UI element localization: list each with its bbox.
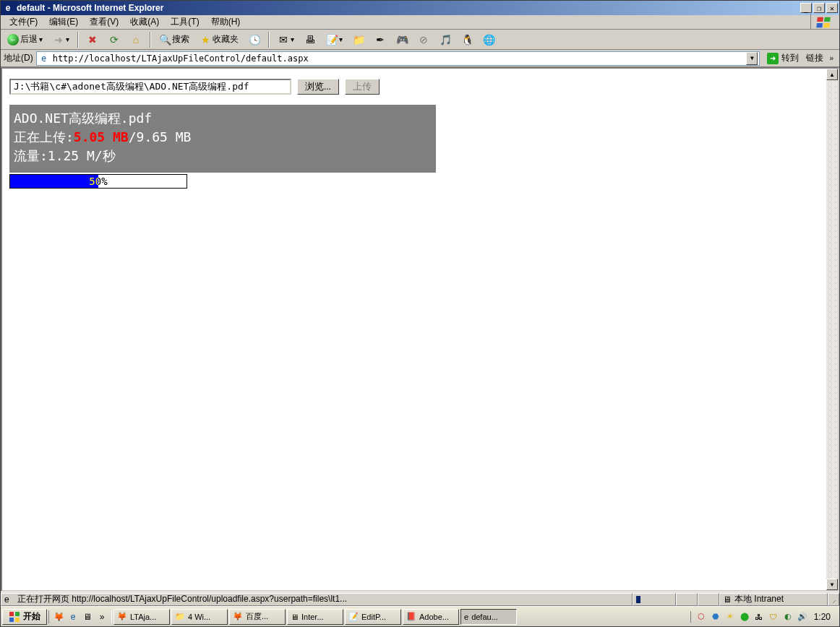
- scroll-track[interactable]: [826, 80, 838, 579]
- tray-icon[interactable]: ☀: [724, 611, 736, 623]
- task-label: 4 Wi...: [188, 613, 210, 621]
- upload-status-panel: ADO.NET高级编程.pdf 正在上传:5.05 MB/9.65 MB 流量:…: [9, 105, 436, 173]
- taskbar-task[interactable]: 🦊LTAja...: [113, 609, 170, 625]
- status-text: 正在打开网页 http://localhost/LTAjaxUpFileCont…: [17, 593, 347, 605]
- home-icon: ⌂: [130, 34, 142, 46]
- tool-button-7[interactable]: 🌐: [479, 32, 498, 48]
- wand-icon: ✒: [374, 34, 386, 46]
- task-icon: 📕: [406, 612, 416, 621]
- address-field[interactable]: e http://localhost/LTAjaxUpFileControl/d…: [36, 51, 760, 66]
- task-label: Adobe...: [419, 613, 449, 621]
- tray-icon[interactable]: ⬤: [739, 611, 750, 623]
- vertical-scrollbar[interactable]: ▲ ▼: [826, 69, 838, 590]
- forward-icon: ➜: [53, 34, 64, 46]
- refresh-button[interactable]: ⟳: [105, 32, 124, 48]
- scroll-down-button[interactable]: ▼: [826, 579, 838, 590]
- browse-button[interactable]: 浏览...: [297, 79, 339, 95]
- tray-icon[interactable]: 🛡: [768, 611, 779, 623]
- minimize-button[interactable]: _: [800, 3, 812, 13]
- mail-button[interactable]: ✉▾: [274, 32, 298, 48]
- chevron-right-icon[interactable]: »: [826, 54, 836, 62]
- tool-button-6[interactable]: 🐧: [458, 32, 476, 48]
- start-button[interactable]: 开始: [2, 609, 47, 625]
- page-icon: e: [4, 594, 14, 605]
- ql-firefox-icon[interactable]: 🦊: [52, 610, 65, 623]
- status-empty-pane-1: [676, 593, 698, 606]
- penguin-icon: 🐧: [461, 34, 473, 46]
- menu-file[interactable]: 文件(F): [4, 14, 43, 30]
- stop-button[interactable]: ✖: [83, 32, 102, 48]
- upload-button[interactable]: 上传: [345, 79, 380, 95]
- go-button[interactable]: ➜ 转到: [763, 51, 803, 66]
- task-icon: 🦊: [117, 612, 127, 621]
- favorites-button[interactable]: ★ 收藏夹: [196, 32, 242, 48]
- task-icon: 🦊: [233, 612, 243, 621]
- clock[interactable]: 1:20: [811, 612, 833, 622]
- home-button[interactable]: ⌂: [127, 32, 145, 48]
- restore-button[interactable]: ❐: [813, 3, 825, 13]
- taskbar: 开始 🦊 e 🖥 » 🦊LTAja...📁4 Wi...🦊百度...🖥Inter…: [1, 606, 839, 626]
- ql-ie-icon[interactable]: e: [67, 610, 80, 623]
- back-button[interactable]: ← 后退 ▾: [4, 32, 46, 48]
- tray-icon[interactable]: 🖧: [753, 611, 765, 623]
- taskbar-task[interactable]: 📁4 Wi...: [171, 609, 228, 625]
- windows-flag-icon: [9, 611, 20, 623]
- taskbar-task[interactable]: edefau...: [460, 609, 517, 625]
- task-icon: e: [464, 613, 468, 621]
- search-button[interactable]: 🔍 搜索: [155, 32, 193, 48]
- menu-bar: 文件(F) 编辑(E) 查看(V) 收藏(A) 工具(T) 帮助(H): [1, 15, 839, 30]
- tray-icon[interactable]: ◐: [782, 611, 794, 623]
- menu-help[interactable]: 帮助(H): [205, 14, 247, 30]
- task-icon: 📝: [348, 612, 359, 621]
- print-button[interactable]: 🖶: [301, 32, 320, 48]
- edit-button[interactable]: 📝▾: [322, 32, 346, 48]
- ql-desktop-icon[interactable]: 🖥: [81, 610, 94, 623]
- tool-button-2[interactable]: ✒: [371, 32, 390, 48]
- menu-view[interactable]: 查看(V): [84, 14, 124, 30]
- status-text-pane: e 正在打开网页 http://localhost/LTAjaxUpFileCo…: [1, 593, 633, 606]
- forward-button[interactable]: ➜ ▾: [49, 32, 73, 48]
- svg-rect-7: [9, 612, 14, 616]
- scroll-up-button[interactable]: ▲: [826, 69, 838, 80]
- chevron-down-icon: ▾: [66, 35, 69, 43]
- zone-text: 本地 Intranet: [734, 593, 784, 605]
- tray-icon[interactable]: ⬡: [695, 611, 707, 623]
- tray-icon[interactable]: ⬣: [710, 611, 721, 623]
- address-bar: 地址(D) e http://localhost/LTAjaxUpFileCon…: [1, 50, 839, 67]
- uploaded-size: 5.05 MB: [74, 129, 129, 144]
- block-icon: ⊘: [418, 34, 429, 46]
- tool-button-1[interactable]: 📁: [349, 32, 368, 48]
- links-label[interactable]: 链接: [806, 52, 823, 64]
- menu-tools[interactable]: 工具(T): [165, 14, 205, 30]
- svg-rect-0: [817, 17, 823, 21]
- status-zone-pane: 🖥 本地 Intranet: [719, 593, 828, 606]
- taskbar-task[interactable]: 📕Adobe...: [403, 609, 459, 625]
- taskbar-task[interactable]: 🖥Inter...: [287, 609, 343, 625]
- menu-favorites[interactable]: 收藏(A): [124, 14, 165, 30]
- taskbar-task[interactable]: 📝EditP...: [345, 609, 401, 625]
- resize-grip[interactable]: [828, 593, 839, 606]
- tray-volume-icon[interactable]: 🔊: [797, 611, 808, 623]
- star-icon: ★: [200, 34, 211, 46]
- throbber-icon: [810, 14, 836, 31]
- content-area: J:\书籍\c#\adonet高级编程\ADO.NET高级编程.pdf 浏览..…: [1, 67, 839, 592]
- file-chooser-row: J:\书籍\c#\adonet高级编程\ADO.NET高级编程.pdf 浏览..…: [9, 79, 819, 95]
- svg-rect-3: [823, 22, 830, 27]
- upload-rate: 1.25 M/秒: [48, 148, 116, 163]
- tool-button-4[interactable]: ⊘: [414, 32, 433, 48]
- document-body: J:\书籍\c#\adonet高级编程\ADO.NET高级编程.pdf 浏览..…: [2, 69, 826, 590]
- close-button[interactable]: ✕: [826, 3, 838, 13]
- menu-edit[interactable]: 编辑(E): [43, 14, 84, 30]
- history-icon: 🕓: [249, 34, 260, 46]
- task-label: Inter...: [301, 613, 324, 621]
- ie-icon: e: [2, 2, 14, 14]
- taskbar-task[interactable]: 🦊百度...: [229, 609, 286, 625]
- tool-button-5[interactable]: 🎵: [436, 32, 455, 48]
- file-path-input[interactable]: J:\书籍\c#\adonet高级编程\ADO.NET高级编程.pdf: [9, 79, 291, 95]
- address-dropdown[interactable]: ▼: [746, 52, 758, 65]
- tool-button-3[interactable]: 🎮: [393, 32, 411, 48]
- chevron-down-icon: ▾: [39, 35, 43, 43]
- ql-more[interactable]: »: [95, 610, 108, 623]
- history-button[interactable]: 🕓: [245, 32, 264, 48]
- svg-rect-1: [824, 17, 831, 21]
